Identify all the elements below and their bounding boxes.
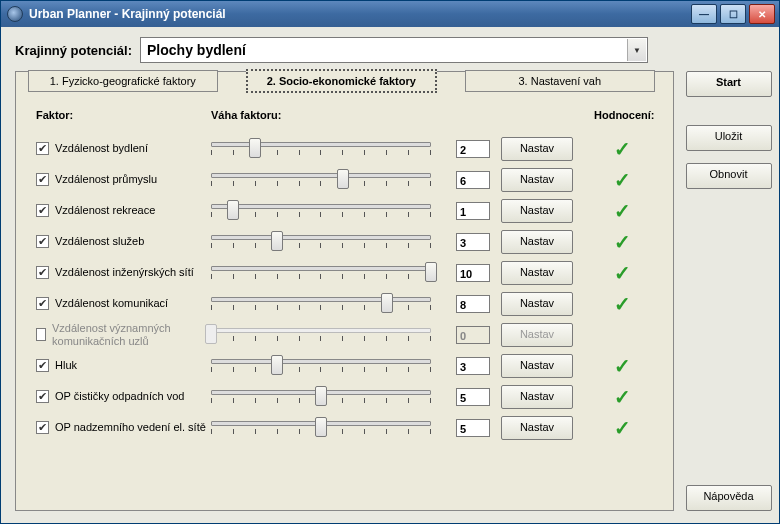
set-button[interactable]: Nastav: [501, 416, 573, 440]
factor-checkbox[interactable]: ✔: [36, 173, 49, 186]
header-rating: Hodnocení:: [586, 109, 655, 121]
factor-row: ✔Vzdálenost rekreace1Nastav✓: [34, 195, 655, 226]
set-button[interactable]: Nastav: [501, 292, 573, 316]
factor-name: Vzdálenost bydlení: [55, 142, 148, 154]
weight-value[interactable]: 3: [456, 233, 490, 251]
close-button[interactable]: ✕: [749, 4, 775, 24]
weight-value[interactable]: 1: [456, 202, 490, 220]
factor-row: ✔OP nadzemního vedení el. sítě5Nastav✓: [34, 412, 655, 443]
minimize-button[interactable]: —: [691, 4, 717, 24]
weight-slider[interactable]: [211, 199, 431, 223]
check-icon: ✓: [614, 231, 631, 253]
tab-physical[interactable]: 1. Fyzicko-geografické faktory: [28, 70, 218, 92]
potential-combo[interactable]: Plochy bydlení ▼: [140, 37, 648, 63]
weight-value[interactable]: 5: [456, 419, 490, 437]
main-window: Urban Planner - Krajinný potenciál — ☐ ✕…: [0, 0, 780, 524]
factor-panel: 1. Fyzicko-geografické faktory 2. Socio-…: [15, 71, 674, 511]
factor-checkbox[interactable]: ✔: [36, 297, 49, 310]
factor-checkbox[interactable]: [36, 328, 46, 341]
titlebar: Urban Planner - Krajinný potenciál — ☐ ✕: [1, 1, 779, 27]
factor-checkbox[interactable]: ✔: [36, 421, 49, 434]
factor-name: Vzdálenost průmyslu: [55, 173, 157, 185]
combo-value: Plochy bydlení: [147, 42, 246, 58]
weight-slider[interactable]: [211, 416, 431, 440]
weight-value[interactable]: 3: [456, 357, 490, 375]
combo-label: Krajinný potenciál:: [15, 43, 132, 58]
weight-slider[interactable]: [211, 261, 431, 285]
weight-slider[interactable]: [211, 230, 431, 254]
check-icon: ✓: [614, 386, 631, 408]
refresh-button[interactable]: Obnovit: [686, 163, 772, 189]
factor-row: Vzdálenost významných komunikačních uzlů…: [34, 319, 655, 350]
factor-checkbox[interactable]: ✔: [36, 390, 49, 403]
weight-slider[interactable]: [211, 292, 431, 316]
factor-checkbox[interactable]: ✔: [36, 235, 49, 248]
set-button[interactable]: Nastav: [501, 137, 573, 161]
set-button[interactable]: Nastav: [501, 230, 573, 254]
check-icon: ✓: [614, 169, 631, 191]
weight-value[interactable]: 8: [456, 295, 490, 313]
header-weight: Váha faktoru:: [211, 109, 456, 121]
start-button[interactable]: Start: [686, 71, 772, 97]
weight-value[interactable]: 6: [456, 171, 490, 189]
check-icon: ✓: [614, 355, 631, 377]
set-button[interactable]: Nastav: [501, 354, 573, 378]
check-icon: ✓: [614, 138, 631, 160]
save-button[interactable]: Uložit: [686, 125, 772, 151]
factor-row: ✔OP čističky odpadních vod5Nastav✓: [34, 381, 655, 412]
tab-weights[interactable]: 3. Nastavení vah: [465, 70, 655, 92]
factor-name: Vzdálenost komunikací: [55, 297, 168, 309]
factor-checkbox[interactable]: ✔: [36, 266, 49, 279]
check-icon: ✓: [614, 293, 631, 315]
factor-checkbox[interactable]: ✔: [36, 359, 49, 372]
weight-slider[interactable]: [211, 385, 431, 409]
factor-row: ✔Hluk3Nastav✓: [34, 350, 655, 381]
factor-row: ✔Vzdálenost bydlení2Nastav✓: [34, 133, 655, 164]
factor-checkbox[interactable]: ✔: [36, 142, 49, 155]
set-button[interactable]: Nastav: [501, 385, 573, 409]
weight-value[interactable]: 2: [456, 140, 490, 158]
tab-socio[interactable]: 2. Socio-ekonomické faktory: [246, 69, 438, 93]
factor-name: Vzdálenost rekreace: [55, 204, 155, 216]
factor-row: ✔Vzdálenost komunikací8Nastav✓: [34, 288, 655, 319]
set-button[interactable]: Nastav: [501, 261, 573, 285]
factor-row: ✔Vzdálenost průmyslu6Nastav✓: [34, 164, 655, 195]
chevron-down-icon: ▼: [627, 39, 646, 61]
set-button[interactable]: Nastav: [501, 168, 573, 192]
weight-value[interactable]: 10: [456, 264, 490, 282]
factor-name: Hluk: [55, 359, 77, 371]
weight-slider[interactable]: [211, 168, 431, 192]
factor-name: OP nadzemního vedení el. sítě: [55, 421, 206, 433]
check-icon: ✓: [614, 262, 631, 284]
weight-value: 0: [456, 326, 490, 344]
check-icon: ✓: [614, 200, 631, 222]
factor-row: ✔Vzdálenost inženýrských sítí10Nastav✓: [34, 257, 655, 288]
set-button[interactable]: Nastav: [501, 199, 573, 223]
weight-slider[interactable]: [211, 137, 431, 161]
set-button: Nastav: [501, 323, 573, 347]
maximize-button[interactable]: ☐: [720, 4, 746, 24]
factor-row: ✔Vzdálenost služeb3Nastav✓: [34, 226, 655, 257]
help-button[interactable]: Nápověda: [686, 485, 772, 511]
check-icon: ✓: [614, 417, 631, 439]
header-factor: Faktor:: [34, 109, 211, 121]
factor-name: Vzdálenost inženýrských sítí: [55, 266, 194, 278]
app-icon: [7, 6, 23, 22]
weight-slider[interactable]: [211, 354, 431, 378]
factor-name: OP čističky odpadních vod: [55, 390, 184, 402]
factor-name: Vzdálenost významných komunikačních uzlů: [52, 322, 211, 346]
weight-value[interactable]: 5: [456, 388, 490, 406]
weight-slider: [211, 323, 431, 347]
window-title: Urban Planner - Krajinný potenciál: [29, 7, 691, 21]
factor-checkbox[interactable]: ✔: [36, 204, 49, 217]
factor-name: Vzdálenost služeb: [55, 235, 144, 247]
